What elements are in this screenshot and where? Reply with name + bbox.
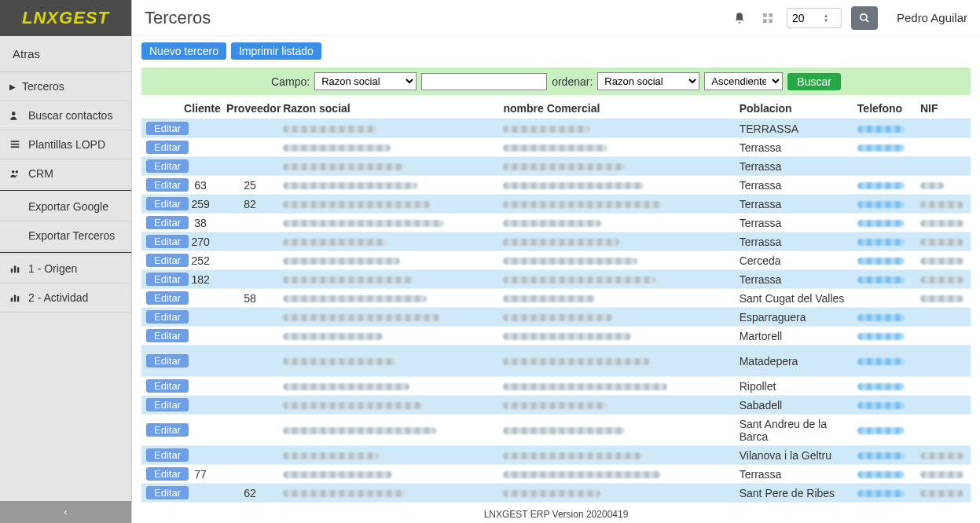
- chart-icon: [9, 263, 22, 274]
- cell-razon: [278, 138, 498, 157]
- cell-telefono: [853, 377, 916, 396]
- page-size-wrapper: ▲▼: [787, 8, 842, 28]
- cell-razon: [278, 195, 498, 214]
- cell-proveedor: [222, 327, 278, 346]
- edit-button[interactable]: Editar: [146, 159, 189, 173]
- cell-nif: [916, 465, 971, 484]
- svg-rect-1: [11, 141, 20, 142]
- cell-nif: [916, 289, 971, 308]
- spinner-icon[interactable]: ▲▼: [824, 13, 828, 23]
- sidebar-item-exportar-terceros[interactable]: Exportar Terceros: [0, 221, 131, 251]
- sidebar-collapse-button[interactable]: ‹: [0, 501, 131, 523]
- sidebar-nav: ▶ Terceros Buscar contactos Plantillas L…: [0, 72, 131, 501]
- cell-poblacion: Terrassa: [735, 138, 853, 157]
- edit-button[interactable]: Editar: [146, 467, 189, 481]
- cell-poblacion: Terrassa: [735, 232, 853, 251]
- sidebar-item-crm[interactable]: CRM: [0, 159, 131, 188]
- cell-telefono: [853, 308, 916, 327]
- edit-button[interactable]: Editar: [146, 398, 189, 411]
- edit-button[interactable]: Editar: [146, 216, 189, 229]
- edit-button[interactable]: Editar: [146, 448, 189, 462]
- th-nombre: nombre Comercial: [498, 98, 734, 119]
- cell-telefono: [853, 327, 916, 346]
- page-size-input[interactable]: [792, 12, 824, 24]
- print-list-button[interactable]: Imprimir listado: [231, 42, 321, 60]
- sidebar-item-plantillas[interactable]: Plantillas LOPD: [0, 130, 131, 159]
- campo-select[interactable]: Razon social: [314, 72, 417, 90]
- new-third-party-button[interactable]: Nuevo tercero: [141, 42, 226, 60]
- edit-button[interactable]: Editar: [146, 254, 189, 267]
- cell-nif: [916, 396, 971, 415]
- cell-nombre: [498, 484, 734, 503]
- table-row: Editar 38 Terrassa: [141, 214, 971, 232]
- cell-razon: [278, 176, 498, 195]
- table-row: Editar 77 Terrassa: [141, 465, 971, 484]
- table-row: Editar Terrassa: [141, 157, 971, 176]
- th-proveedor: Proveedor: [222, 98, 278, 119]
- cell-telefono: [853, 232, 916, 251]
- table-row: Editar 62 Sant Pere de Ribes: [141, 484, 971, 503]
- table-header-row: Cliente Proveedor Razon social nombre Co…: [141, 98, 971, 119]
- sidebar-item-actividad[interactable]: 2 - Actividad: [0, 283, 131, 313]
- sidebar-back[interactable]: Atras: [0, 36, 131, 72]
- edit-button[interactable]: Editar: [146, 354, 189, 368]
- page-title: Terceros: [145, 8, 211, 28]
- sidebar-item-buscar-contactos[interactable]: Buscar contactos: [0, 101, 131, 130]
- cell-poblacion: Vilanova i la Geltru: [735, 446, 853, 465]
- direction-select[interactable]: Ascendiente: [704, 72, 783, 90]
- cell-telefono: [853, 346, 916, 377]
- grid-icon[interactable]: [758, 9, 777, 27]
- edit-button[interactable]: Editar: [146, 272, 189, 286]
- caret-icon: ▶: [9, 82, 16, 91]
- ordenar-select[interactable]: Razon social: [597, 72, 699, 90]
- cell-razon: [278, 377, 498, 396]
- svg-rect-15: [769, 19, 773, 23]
- filter-text-input[interactable]: [421, 73, 547, 90]
- cell-poblacion: Sabadell: [735, 396, 853, 415]
- edit-button[interactable]: Editar: [146, 141, 189, 154]
- cell-proveedor: 58: [222, 289, 278, 308]
- sidebar-item-label: Exportar Google: [28, 200, 108, 213]
- sidebar-item-origen[interactable]: 1 - Origen: [0, 254, 131, 283]
- topbar: Terceros ▲▼ Pedro Aguilar: [132, 0, 980, 36]
- edit-button[interactable]: Editar: [146, 379, 189, 393]
- cell-poblacion: Terrassa: [735, 214, 853, 232]
- sidebar: LNXGEST Atras ▶ Terceros Buscar contacto…: [0, 0, 132, 523]
- sidebar-item-terceros[interactable]: ▶ Terceros: [0, 72, 131, 101]
- cell-razon: [278, 396, 498, 415]
- cell-nombre: [498, 214, 734, 232]
- ordenar-label: ordenar:: [552, 75, 593, 88]
- table-row: Editar Esparraguera: [141, 308, 971, 327]
- cell-nif: [916, 415, 971, 446]
- bell-icon[interactable]: [730, 9, 749, 27]
- cell-proveedor: 25: [222, 176, 278, 195]
- buscar-button[interactable]: Buscar: [787, 73, 841, 90]
- search-button[interactable]: [851, 6, 878, 30]
- svg-point-5: [16, 170, 18, 174]
- edit-button[interactable]: Editar: [146, 235, 189, 248]
- chart-icon: [9, 292, 22, 303]
- table-row: Editar 270 Terrassa: [141, 232, 971, 251]
- cell-razon: [278, 232, 498, 251]
- edit-button[interactable]: Editar: [146, 291, 189, 305]
- cell-razon: [278, 270, 498, 289]
- edit-button[interactable]: Editar: [146, 329, 189, 342]
- cell-nombre: [498, 289, 734, 308]
- table-row: Editar TERRASSA: [141, 119, 971, 138]
- edit-button[interactable]: Editar: [146, 423, 189, 437]
- edit-button[interactable]: Editar: [146, 122, 189, 135]
- sidebar-item-exportar-google[interactable]: Exportar Google: [0, 192, 131, 221]
- edit-button[interactable]: Editar: [146, 178, 189, 192]
- svg-rect-3: [11, 146, 20, 148]
- user-name[interactable]: Pedro Aguilar: [887, 11, 967, 24]
- svg-rect-6: [11, 269, 13, 272]
- logo: LNXGEST: [0, 0, 131, 36]
- cell-nombre: [498, 415, 734, 446]
- edit-button[interactable]: Editar: [146, 197, 189, 210]
- edit-button[interactable]: Editar: [146, 486, 189, 499]
- svg-rect-11: [17, 296, 19, 302]
- sidebar-item-label: Buscar contactos: [28, 109, 112, 122]
- cell-poblacion: Terrassa: [735, 270, 853, 289]
- edit-button[interactable]: Editar: [146, 310, 189, 324]
- cell-razon: [278, 289, 498, 308]
